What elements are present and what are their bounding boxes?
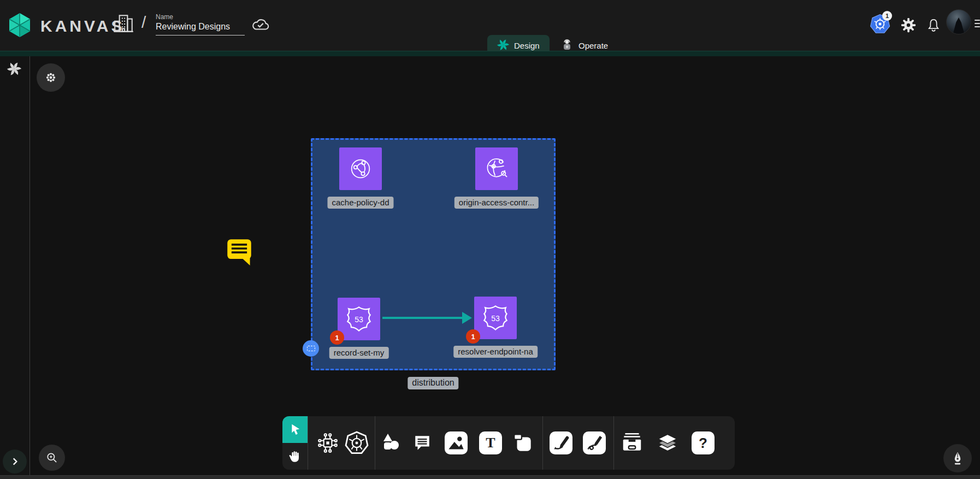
meshery-spiral-icon[interactable] — [7, 62, 21, 78]
comment-bubble-icon — [226, 238, 252, 265]
name-field-label: Name — [156, 13, 245, 21]
tab-design-label: Design — [514, 41, 540, 50]
tab-operate-label: Operate — [578, 41, 608, 50]
notifications-bell-icon[interactable] — [926, 17, 941, 35]
canvas-config-button[interactable] — [37, 63, 65, 92]
help-icon: ? — [692, 431, 715, 454]
shapes-icon — [380, 432, 402, 454]
group-label-distribution[interactable]: distribution — [408, 377, 458, 389]
route53-shield-icon: 53 — [343, 303, 375, 335]
question-glyph: ? — [699, 435, 707, 452]
drawer-archive-icon — [621, 431, 644, 454]
bottom-toolbar: T — [282, 416, 735, 470]
cursor-arrow-icon — [288, 423, 302, 437]
header-divider — [0, 51, 980, 56]
expand-sidebar-button[interactable] — [3, 450, 27, 474]
issue-badge-record-set[interactable]: 1 — [330, 330, 344, 345]
kubernetes-context-badge: 1 — [882, 11, 892, 21]
issue-badge-resolver-endpoint[interactable]: 1 — [466, 329, 480, 344]
shapes-tool-button[interactable] — [378, 430, 403, 456]
comment-tool-icon — [413, 434, 432, 452]
organization-icon[interactable] — [112, 12, 135, 37]
cloud-sync-icon[interactable] — [250, 16, 271, 35]
globe-search-icon — [481, 153, 512, 185]
drawer-tool-button[interactable] — [619, 430, 645, 456]
kubernetes-tool-button[interactable] — [344, 430, 369, 456]
pen-nib-icon — [950, 451, 965, 466]
toolbar-divider — [375, 416, 375, 470]
components-tool-button[interactable] — [315, 430, 340, 456]
breadcrumb-separator: / — [141, 13, 146, 32]
node-label-cache-policy: cache-policy-dd — [327, 197, 393, 209]
text-tool-icon: T — [479, 431, 502, 454]
circuit-chip-icon — [316, 431, 339, 454]
node-cache-policy[interactable] — [339, 147, 382, 190]
node-resolver-endpoint[interactable]: 53 — [474, 297, 517, 339]
freehand-tool-button[interactable] — [582, 430, 607, 456]
toolbar-divider — [613, 416, 614, 470]
help-button[interactable]: ? — [690, 430, 716, 456]
chevron-right-icon — [10, 457, 20, 466]
text-tool-button[interactable]: T — [478, 430, 503, 456]
select-tool-column — [282, 416, 308, 470]
globe-network-icon — [345, 153, 376, 185]
text-glyph: T — [486, 435, 495, 451]
image-icon — [445, 431, 468, 454]
node-origin-access-control[interactable] — [475, 147, 518, 190]
design-name-input[interactable] — [156, 21, 245, 36]
user-avatar[interactable] — [946, 9, 971, 34]
image-tool-button[interactable] — [444, 430, 469, 456]
kanvas-app: KANVAS / Name — [0, 0, 980, 479]
overflow-menu-icon[interactable] — [975, 17, 980, 29]
comment-tool-button[interactable] — [410, 430, 435, 456]
zoom-in-button[interactable] — [39, 445, 65, 471]
node-label-resolver-endpoint: resolver-endpoint-na — [453, 346, 538, 358]
bottom-edge-strip — [0, 475, 980, 479]
group-handle-icon — [307, 346, 315, 351]
route53-shield-icon: 53 — [479, 301, 512, 334]
flower-asterisk-icon — [44, 70, 58, 85]
edge-arrowhead — [462, 312, 472, 324]
settings-gear-icon[interactable] — [900, 17, 917, 36]
kanvas-logo-icon — [7, 12, 33, 40]
edge-record-to-resolver[interactable] — [382, 317, 463, 319]
edge-pen-tool-button[interactable] — [548, 430, 574, 456]
canvas-comment-marker[interactable] — [226, 238, 252, 268]
toolbar-divider — [308, 416, 308, 470]
toolbar-divider — [542, 416, 543, 470]
node-label-record-set: record-set-my — [329, 347, 389, 359]
edge-pen-icon — [550, 431, 572, 454]
note-tool-button[interactable] — [510, 430, 535, 456]
freehand-pencil-icon — [583, 431, 606, 454]
route53-number: 53 — [355, 315, 363, 324]
kubernetes-status-icon[interactable]: 1 — [870, 14, 890, 36]
magnifier-plus-icon — [45, 451, 59, 465]
sticky-note-icon — [511, 431, 534, 454]
layers-icon — [656, 431, 679, 454]
node-record-set[interactable]: 53 — [338, 298, 380, 340]
whiteboard-pen-button[interactable] — [943, 444, 972, 472]
design-name-block: Name — [156, 13, 245, 36]
header-bar: KANVAS / Name — [0, 0, 980, 51]
layers-tool-button[interactable] — [655, 430, 680, 456]
hand-pan-icon — [288, 450, 302, 464]
select-tool-button[interactable] — [282, 416, 308, 443]
kubernetes-helm-icon — [345, 431, 369, 455]
group-handle[interactable] — [303, 340, 319, 357]
pan-tool-button[interactable] — [282, 443, 308, 470]
route53-number: 53 — [491, 314, 500, 323]
node-label-origin-access-control: origin-access-contr... — [454, 197, 539, 209]
left-sidebar — [0, 56, 30, 479]
